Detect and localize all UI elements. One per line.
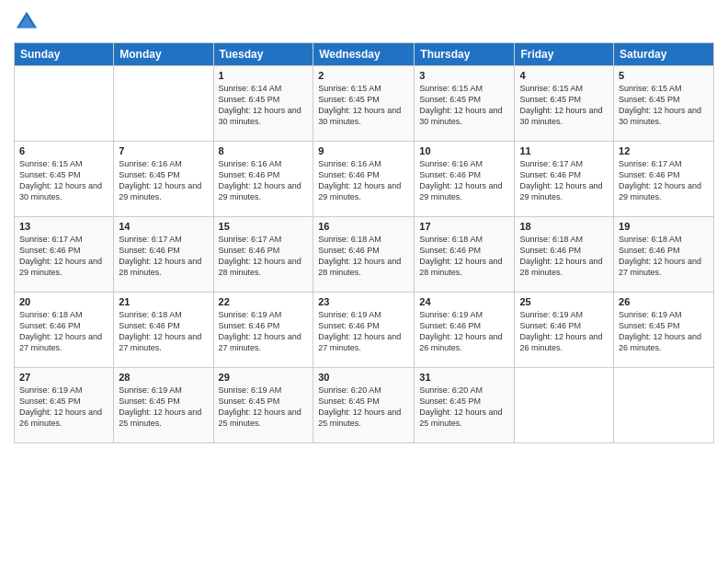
day-info: Sunrise: 6:19 AM Sunset: 6:46 PM Dayligh… bbox=[419, 309, 509, 354]
logo bbox=[14, 9, 43, 35]
day-info: Sunrise: 6:16 AM Sunset: 6:46 PM Dayligh… bbox=[219, 158, 309, 203]
day-info: Sunrise: 6:18 AM Sunset: 6:46 PM Dayligh… bbox=[419, 234, 509, 279]
weekday-header-wednesday: Wednesday bbox=[313, 43, 415, 66]
day-number: 10 bbox=[419, 145, 509, 156]
calendar-cell: 28Sunrise: 6:19 AM Sunset: 6:45 PM Dayli… bbox=[114, 368, 213, 443]
calendar-table: SundayMondayTuesdayWednesdayThursdayFrid… bbox=[14, 42, 714, 443]
calendar-cell bbox=[515, 368, 614, 443]
calendar-cell: 20Sunrise: 6:18 AM Sunset: 6:46 PM Dayli… bbox=[15, 293, 114, 368]
day-number: 4 bbox=[519, 70, 609, 81]
calendar-cell: 12Sunrise: 6:17 AM Sunset: 6:46 PM Dayli… bbox=[614, 142, 714, 217]
day-number: 18 bbox=[519, 221, 609, 232]
day-number: 13 bbox=[19, 221, 108, 232]
calendar-cell: 3Sunrise: 6:15 AM Sunset: 6:45 PM Daylig… bbox=[415, 66, 515, 142]
week-row-3: 13Sunrise: 6:17 AM Sunset: 6:46 PM Dayli… bbox=[15, 217, 714, 293]
day-number: 15 bbox=[219, 221, 309, 232]
day-number: 26 bbox=[619, 296, 709, 307]
day-number: 28 bbox=[119, 372, 208, 383]
day-info: Sunrise: 6:18 AM Sunset: 6:46 PM Dayligh… bbox=[119, 309, 208, 354]
day-info: Sunrise: 6:16 AM Sunset: 6:46 PM Dayligh… bbox=[318, 158, 409, 203]
weekday-header-tuesday: Tuesday bbox=[213, 43, 313, 66]
day-number: 20 bbox=[19, 296, 108, 307]
calendar-cell: 23Sunrise: 6:19 AM Sunset: 6:46 PM Dayli… bbox=[313, 293, 415, 368]
weekday-header-saturday: Saturday bbox=[614, 43, 714, 66]
day-number: 19 bbox=[619, 221, 709, 232]
calendar-cell: 24Sunrise: 6:19 AM Sunset: 6:46 PM Dayli… bbox=[415, 293, 515, 368]
day-info: Sunrise: 6:14 AM Sunset: 6:45 PM Dayligh… bbox=[219, 83, 309, 128]
day-info: Sunrise: 6:15 AM Sunset: 6:45 PM Dayligh… bbox=[519, 83, 609, 128]
calendar-cell: 29Sunrise: 6:19 AM Sunset: 6:45 PM Dayli… bbox=[213, 368, 313, 443]
day-number: 25 bbox=[519, 296, 609, 307]
week-row-1: 1Sunrise: 6:14 AM Sunset: 6:45 PM Daylig… bbox=[15, 66, 714, 142]
day-info: Sunrise: 6:16 AM Sunset: 6:45 PM Dayligh… bbox=[119, 158, 208, 203]
day-number: 11 bbox=[519, 145, 609, 156]
calendar-cell: 2Sunrise: 6:15 AM Sunset: 6:45 PM Daylig… bbox=[313, 66, 415, 142]
day-info: Sunrise: 6:17 AM Sunset: 6:46 PM Dayligh… bbox=[219, 234, 309, 279]
calendar-cell: 19Sunrise: 6:18 AM Sunset: 6:46 PM Dayli… bbox=[614, 217, 714, 293]
calendar-cell: 14Sunrise: 6:17 AM Sunset: 6:46 PM Dayli… bbox=[114, 217, 213, 293]
day-info: Sunrise: 6:19 AM Sunset: 6:46 PM Dayligh… bbox=[318, 309, 409, 354]
header bbox=[14, 9, 714, 35]
calendar-cell: 18Sunrise: 6:18 AM Sunset: 6:46 PM Dayli… bbox=[515, 217, 614, 293]
calendar-cell: 1Sunrise: 6:14 AM Sunset: 6:45 PM Daylig… bbox=[213, 66, 313, 142]
day-info: Sunrise: 6:19 AM Sunset: 6:45 PM Dayligh… bbox=[619, 309, 709, 354]
weekday-header-thursday: Thursday bbox=[415, 43, 515, 66]
calendar-cell: 10Sunrise: 6:16 AM Sunset: 6:46 PM Dayli… bbox=[415, 142, 515, 217]
day-number: 8 bbox=[219, 145, 309, 156]
day-number: 23 bbox=[318, 296, 409, 307]
calendar-cell: 5Sunrise: 6:15 AM Sunset: 6:45 PM Daylig… bbox=[614, 66, 714, 142]
day-number: 6 bbox=[19, 145, 108, 156]
calendar-cell: 6Sunrise: 6:15 AM Sunset: 6:45 PM Daylig… bbox=[15, 142, 114, 217]
week-row-4: 20Sunrise: 6:18 AM Sunset: 6:46 PM Dayli… bbox=[15, 293, 714, 368]
calendar-cell: 7Sunrise: 6:16 AM Sunset: 6:45 PM Daylig… bbox=[114, 142, 213, 217]
day-info: Sunrise: 6:20 AM Sunset: 6:45 PM Dayligh… bbox=[419, 385, 509, 430]
day-info: Sunrise: 6:17 AM Sunset: 6:46 PM Dayligh… bbox=[119, 234, 208, 279]
day-info: Sunrise: 6:19 AM Sunset: 6:45 PM Dayligh… bbox=[19, 385, 108, 430]
day-info: Sunrise: 6:15 AM Sunset: 6:45 PM Dayligh… bbox=[19, 158, 108, 203]
calendar-cell: 22Sunrise: 6:19 AM Sunset: 6:46 PM Dayli… bbox=[213, 293, 313, 368]
weekday-header-row: SundayMondayTuesdayWednesdayThursdayFrid… bbox=[15, 43, 714, 66]
day-info: Sunrise: 6:19 AM Sunset: 6:46 PM Dayligh… bbox=[219, 309, 309, 354]
day-number: 5 bbox=[619, 70, 709, 81]
day-number: 31 bbox=[419, 372, 509, 383]
calendar-cell: 8Sunrise: 6:16 AM Sunset: 6:46 PM Daylig… bbox=[213, 142, 313, 217]
day-info: Sunrise: 6:17 AM Sunset: 6:46 PM Dayligh… bbox=[619, 158, 709, 203]
calendar-cell bbox=[114, 66, 213, 142]
calendar-cell: 16Sunrise: 6:18 AM Sunset: 6:46 PM Dayli… bbox=[313, 217, 415, 293]
calendar-cell: 21Sunrise: 6:18 AM Sunset: 6:46 PM Dayli… bbox=[114, 293, 213, 368]
calendar-cell: 9Sunrise: 6:16 AM Sunset: 6:46 PM Daylig… bbox=[313, 142, 415, 217]
day-number: 3 bbox=[419, 70, 509, 81]
day-number: 27 bbox=[19, 372, 108, 383]
day-info: Sunrise: 6:18 AM Sunset: 6:46 PM Dayligh… bbox=[318, 234, 409, 279]
calendar-cell: 30Sunrise: 6:20 AM Sunset: 6:45 PM Dayli… bbox=[313, 368, 415, 443]
day-info: Sunrise: 6:15 AM Sunset: 6:45 PM Dayligh… bbox=[318, 83, 409, 128]
day-number: 12 bbox=[619, 145, 709, 156]
day-number: 21 bbox=[119, 296, 208, 307]
day-info: Sunrise: 6:18 AM Sunset: 6:46 PM Dayligh… bbox=[19, 309, 108, 354]
weekday-header-friday: Friday bbox=[515, 43, 614, 66]
calendar-cell bbox=[15, 66, 114, 142]
calendar-cell: 31Sunrise: 6:20 AM Sunset: 6:45 PM Dayli… bbox=[415, 368, 515, 443]
weekday-header-sunday: Sunday bbox=[15, 43, 114, 66]
day-number: 17 bbox=[419, 221, 509, 232]
calendar-cell bbox=[614, 368, 714, 443]
day-number: 2 bbox=[318, 70, 409, 81]
calendar-cell: 26Sunrise: 6:19 AM Sunset: 6:45 PM Dayli… bbox=[614, 293, 714, 368]
week-row-2: 6Sunrise: 6:15 AM Sunset: 6:45 PM Daylig… bbox=[15, 142, 714, 217]
day-info: Sunrise: 6:18 AM Sunset: 6:46 PM Dayligh… bbox=[519, 234, 609, 279]
calendar-cell: 25Sunrise: 6:19 AM Sunset: 6:46 PM Dayli… bbox=[515, 293, 614, 368]
day-number: 9 bbox=[318, 145, 409, 156]
calendar-cell: 11Sunrise: 6:17 AM Sunset: 6:46 PM Dayli… bbox=[515, 142, 614, 217]
day-info: Sunrise: 6:15 AM Sunset: 6:45 PM Dayligh… bbox=[619, 83, 709, 128]
day-info: Sunrise: 6:17 AM Sunset: 6:46 PM Dayligh… bbox=[19, 234, 108, 279]
calendar-cell: 17Sunrise: 6:18 AM Sunset: 6:46 PM Dayli… bbox=[415, 217, 515, 293]
day-info: Sunrise: 6:15 AM Sunset: 6:45 PM Dayligh… bbox=[419, 83, 509, 128]
day-info: Sunrise: 6:19 AM Sunset: 6:45 PM Dayligh… bbox=[119, 385, 208, 430]
day-number: 7 bbox=[119, 145, 208, 156]
day-number: 22 bbox=[219, 296, 309, 307]
calendar-cell: 27Sunrise: 6:19 AM Sunset: 6:45 PM Dayli… bbox=[15, 368, 114, 443]
week-row-5: 27Sunrise: 6:19 AM Sunset: 6:45 PM Dayli… bbox=[15, 368, 714, 443]
day-number: 24 bbox=[419, 296, 509, 307]
day-number: 16 bbox=[318, 221, 409, 232]
logo-icon bbox=[14, 9, 40, 35]
